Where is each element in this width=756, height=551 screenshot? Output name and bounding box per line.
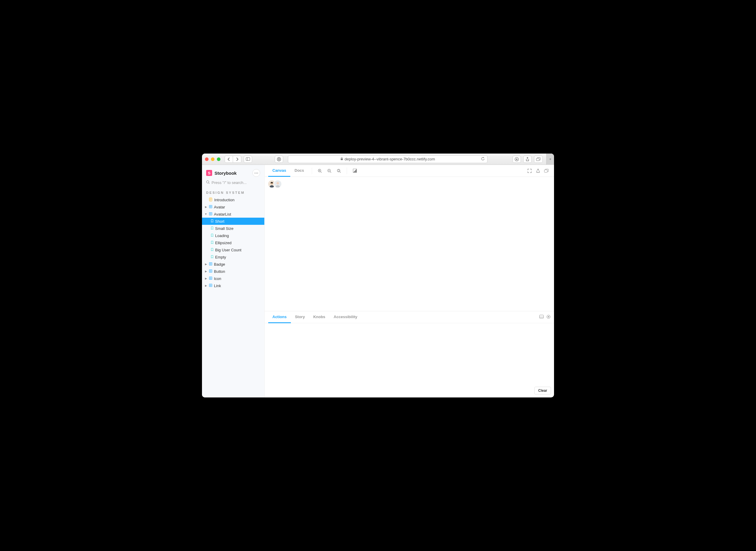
view-tabs: Canvas Docs: [268, 165, 308, 176]
new-tab-button[interactable]: +: [546, 153, 554, 165]
sidebar: S Storybook DESIGN SYSTEM: [202, 165, 265, 398]
bookmark-icon: [211, 248, 213, 252]
privacy-report-button[interactable]: [275, 156, 283, 163]
url-text: deploy-preview-4--vibrant-spence-7b0ccc.…: [344, 157, 435, 161]
titlebar: deploy-preview-4--vibrant-spence-7b0ccc.…: [202, 153, 554, 165]
caret-right-icon: ▶: [204, 270, 207, 273]
sidebar-item-icon[interactable]: ▶ Icon: [202, 275, 264, 282]
bookmark-icon: [211, 255, 213, 259]
tab-accessibility[interactable]: Accessibility: [329, 311, 361, 323]
tree: Introduction ▶ Avatar ▼ AvatarList: [202, 196, 264, 289]
sidebar-item-introduction[interactable]: Introduction: [202, 196, 264, 203]
sidebar-item-link[interactable]: ▶ Link: [202, 282, 264, 289]
close-panel-button[interactable]: [547, 315, 550, 320]
sidebar-header: S Storybook: [202, 165, 264, 180]
svg-point-7: [254, 173, 255, 173]
browser-window: deploy-preview-4--vibrant-spence-7b0ccc.…: [202, 153, 554, 398]
component-icon: [209, 269, 212, 273]
open-isolated-button[interactable]: [534, 167, 542, 175]
close-window-button[interactable]: [205, 157, 209, 161]
sidebar-item-small-size[interactable]: Small Size: [202, 225, 264, 232]
sidebar-item-label: Loading: [215, 233, 229, 238]
forward-button[interactable]: [233, 156, 241, 163]
sidebar-item-avatar[interactable]: ▶ Avatar: [202, 203, 264, 210]
clear-button[interactable]: Clear: [534, 387, 551, 395]
main: Canvas Docs: [265, 165, 554, 398]
search-icon: [206, 180, 210, 185]
tabs-button[interactable]: [534, 156, 543, 163]
sidebar-item-label: Button: [214, 269, 225, 274]
sidebar-item-button[interactable]: ▶ Button: [202, 268, 264, 275]
svg-line-42: [340, 171, 341, 173]
caret-right-icon: ▶: [204, 263, 207, 265]
avatar-list: [268, 180, 551, 188]
sidebar-item-empty[interactable]: Empty: [202, 253, 264, 260]
addons-panel: Actions Story Knobs Accessibility: [265, 311, 554, 398]
sidebar-item-avatarlist[interactable]: ▼ AvatarList: [202, 210, 264, 218]
maximize-window-button[interactable]: [217, 157, 221, 161]
zoom-reset-button[interactable]: [335, 167, 343, 175]
svg-point-9: [257, 173, 258, 173]
caret-right-icon: ▶: [204, 277, 207, 280]
bookmark-icon: [211, 241, 213, 245]
sidebar-item-label: Small Size: [215, 226, 233, 231]
component-icon: [209, 212, 212, 216]
tab-docs[interactable]: Docs: [290, 165, 308, 177]
panel-orientation-button[interactable]: [539, 315, 544, 320]
sidebar-menu-button[interactable]: [252, 169, 260, 177]
sidebar-item-short[interactable]: Short: [202, 218, 264, 225]
search-input[interactable]: [212, 180, 262, 185]
svg-point-48: [277, 182, 279, 184]
zoom-out-button[interactable]: [325, 167, 333, 175]
tab-story[interactable]: Story: [291, 311, 309, 323]
sidebar-item-label: Ellipsized: [215, 240, 232, 245]
sidebar-item-label: Big User Count: [215, 248, 241, 252]
document-icon: [209, 198, 212, 202]
tab-knobs[interactable]: Knobs: [309, 311, 329, 323]
minimize-window-button[interactable]: [211, 157, 215, 161]
sidebar-item-ellipsized[interactable]: Ellipsized: [202, 239, 264, 246]
separator: [347, 167, 347, 174]
background-button[interactable]: [350, 167, 359, 175]
sidebar-item-badge[interactable]: ▶ Badge: [202, 260, 264, 268]
downloads-button[interactable]: [513, 156, 521, 163]
svg-rect-44: [544, 170, 547, 173]
addons-tabs: Actions Story Knobs Accessibility: [265, 311, 554, 323]
tab-actions[interactable]: Actions: [268, 311, 291, 323]
caret-right-icon: ▶: [204, 284, 207, 287]
copy-link-button[interactable]: [542, 167, 550, 175]
canvas: [265, 177, 554, 311]
caret-right-icon: ▶: [204, 205, 207, 208]
svg-point-2: [277, 157, 281, 161]
brand-name: Storybook: [215, 170, 237, 176]
search[interactable]: [206, 180, 260, 185]
avatar: [274, 180, 282, 188]
sidebar-item-label: Short: [215, 219, 224, 223]
bookmark-icon: [211, 226, 213, 230]
sidebar-item-big-user-count[interactable]: Big User Count: [202, 246, 264, 253]
sidebar-item-loading[interactable]: Loading: [202, 232, 264, 239]
caret-down-icon: ▼: [204, 212, 207, 215]
back-button[interactable]: [225, 156, 233, 163]
url-bar[interactable]: deploy-preview-4--vibrant-spence-7b0ccc.…: [288, 155, 488, 163]
zoom-in-button[interactable]: [316, 167, 324, 175]
toolbar: Canvas Docs: [265, 165, 554, 177]
svg-rect-49: [540, 315, 544, 318]
svg-point-8: [256, 173, 257, 173]
svg-rect-0: [246, 158, 250, 161]
separator: [312, 167, 312, 174]
fullscreen-button[interactable]: [525, 167, 534, 175]
bookmark-icon: [211, 219, 213, 223]
section-label: DESIGN SYSTEM: [202, 188, 264, 196]
sidebar-item-label: Empty: [215, 255, 226, 259]
share-button[interactable]: [523, 156, 532, 163]
svg-line-11: [209, 183, 209, 184]
svg-rect-4: [341, 159, 343, 160]
storybook-app: S Storybook DESIGN SYSTEM: [202, 165, 554, 398]
bookmark-icon: [211, 234, 213, 237]
storybook-logo-icon: S: [206, 170, 212, 176]
sidebar-toggle-button[interactable]: [244, 156, 252, 163]
sidebar-item-label: AvatarList: [214, 212, 231, 216]
reload-icon[interactable]: [481, 157, 485, 162]
tab-canvas[interactable]: Canvas: [268, 165, 290, 177]
